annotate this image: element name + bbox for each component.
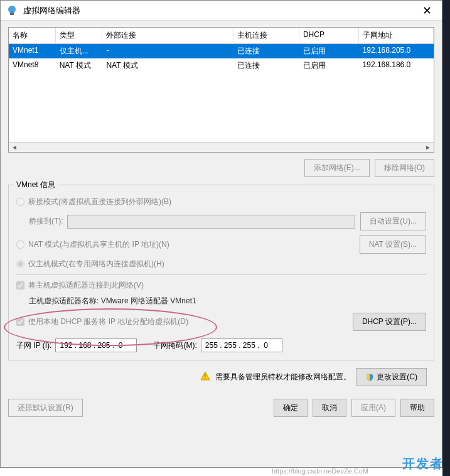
col-subnet[interactable]: 子网地址	[359, 28, 434, 43]
remove-network-button: 移除网络(O)	[375, 159, 434, 177]
nat-mode-radio	[16, 241, 24, 249]
table-row[interactable]: VMnet8 NAT 模式 NAT 模式 已连接 已启用 192.168.186…	[9, 58, 434, 73]
admin-note-text: 需要具备管理员特权才能修改网络配置。	[215, 372, 351, 382]
col-ext[interactable]: 外部连接	[102, 28, 233, 43]
window-title: 虚拟网络编辑器	[23, 5, 417, 16]
svg-text:!: !	[205, 373, 206, 380]
hostonly-mode-radio	[16, 260, 24, 268]
bridge-to-label: 桥接到(T):	[29, 216, 63, 227]
add-network-button: 添加网络(E)...	[304, 159, 370, 177]
titlebar: 虚拟网络编辑器 ✕	[1, 1, 442, 21]
bridge-mode-radio	[16, 198, 24, 206]
dhcp-settings-button[interactable]: DHCP 设置(P)...	[353, 313, 426, 331]
vmnet-info-group: VMnet 信息 桥接模式(将虚拟机直接连接到外部网络)(B) 桥接到(T): …	[8, 185, 434, 360]
use-dhcp-label: 使用本地 DHCP 服务将 IP 地址分配给虚拟机(D)	[28, 316, 188, 327]
scroll-left-icon[interactable]: ◄	[10, 143, 19, 152]
scroll-right-icon[interactable]: ►	[424, 143, 432, 152]
subnet-mask-input[interactable]	[201, 338, 282, 352]
table-header: 名称 类型 外部连接 主机连接 DHCP 子网地址	[9, 28, 434, 44]
col-name[interactable]: 名称	[9, 28, 56, 43]
svg-rect-1	[10, 13, 14, 15]
help-button[interactable]: 帮助	[400, 399, 434, 417]
network-table[interactable]: 名称 类型 外部连接 主机连接 DHCP 子网地址 VMnet1 仅主机... …	[8, 27, 434, 153]
close-button[interactable]: ✕	[417, 4, 437, 18]
col-dhcp[interactable]: DHCP	[299, 28, 359, 43]
nat-mode-label: NAT 模式(与虚拟机共享主机的 IP 地址)(N)	[28, 239, 169, 250]
use-dhcp-checkbox	[16, 318, 24, 326]
watermark-text: 开发者	[402, 455, 444, 472]
svg-point-0	[8, 6, 16, 13]
adapter-name-text: 主机虚拟适配器名称: VMware 网络适配器 VMnet1	[29, 296, 426, 306]
hostonly-mode-label: 仅主机模式(在专用网络内连接虚拟机)(H)	[28, 259, 164, 269]
subnet-mask-label: 子网掩码(M):	[153, 340, 196, 351]
app-icon	[6, 4, 18, 17]
ok-button[interactable]: 确定	[274, 399, 308, 417]
connect-host-checkbox	[16, 281, 24, 289]
change-settings-button[interactable]: 更改设置(C)	[356, 368, 427, 386]
bridge-mode-label: 桥接模式(将虚拟机直接连接到外部网络)(B)	[28, 197, 171, 207]
shield-icon	[365, 373, 374, 382]
nat-settings-button: NAT 设置(S)...	[360, 235, 426, 254]
apply-button: 应用(A)	[351, 399, 395, 417]
connect-host-label: 将主机虚拟适配器连接到此网络(V)	[28, 280, 144, 291]
restore-default-button: 还原默认设置(R)	[8, 399, 83, 417]
col-type[interactable]: 类型	[56, 28, 103, 43]
bridge-to-select	[67, 215, 356, 229]
col-host[interactable]: 主机连接	[233, 28, 299, 43]
subnet-ip-label: 子网 IP (I):	[16, 340, 51, 351]
horizontal-scrollbar[interactable]: ◄ ►	[9, 142, 434, 152]
group-title: VMnet 信息	[14, 180, 58, 190]
subnet-ip-input[interactable]	[55, 338, 137, 352]
cancel-button[interactable]: 取消	[313, 399, 346, 417]
table-row[interactable]: VMnet1 仅主机... - 已连接 已启用 192.168.205.0	[9, 44, 434, 58]
watermark-url: https://blog.csdn.neDevZe.CoM	[272, 467, 368, 475]
side-shadow	[442, 0, 450, 476]
warning-icon: !	[200, 371, 210, 383]
auto-settings-button: 自动设置(U)...	[360, 212, 426, 230]
